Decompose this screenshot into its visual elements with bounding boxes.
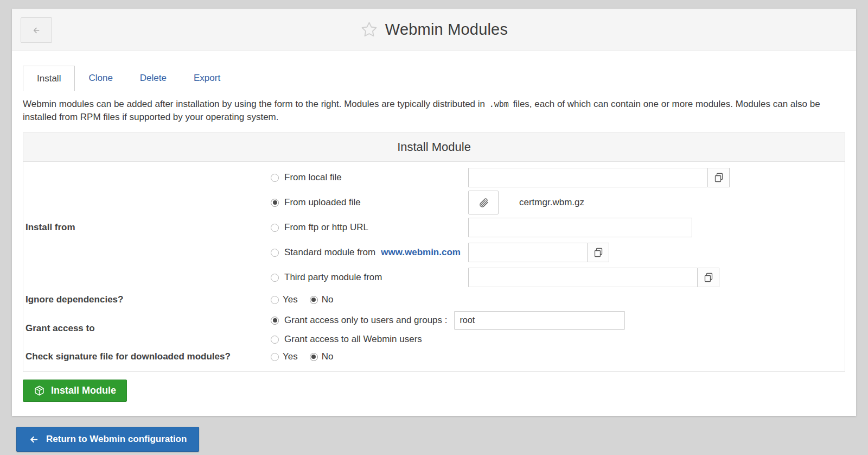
grant-access-label: Grant access to — [23, 323, 271, 334]
radio-url[interactable] — [271, 224, 279, 232]
install-from-options: From local file — [271, 165, 730, 290]
third-party-input[interactable] — [468, 268, 698, 287]
radio-option-standard-module: Standard module from www.webmin.com — [271, 247, 468, 258]
url-input[interactable] — [468, 218, 692, 237]
star-icon[interactable] — [360, 21, 378, 39]
option-row-third-party: Third party module from — [271, 265, 730, 290]
package-icon — [34, 385, 45, 396]
tab-delete[interactable]: Delete — [126, 66, 180, 91]
tab-bar: Install Clone Delete Export — [23, 66, 845, 91]
paperclip-icon — [478, 197, 489, 208]
uploaded-file-name: certmgr.wbm.gz — [519, 197, 584, 208]
standard-module-input-group — [468, 243, 609, 262]
radio-local-file[interactable] — [271, 174, 279, 182]
install-module-button-label: Install Module — [51, 385, 116, 396]
grant-access-options: Grant access only to users and groups : … — [271, 309, 625, 347]
row-grant-access: Grant access to Grant access only to use… — [23, 309, 845, 347]
panel-title: Install Module — [23, 133, 845, 162]
radio-ignore-no[interactable] — [310, 296, 318, 304]
radio-standard-module[interactable] — [271, 249, 279, 257]
radio-signature-no[interactable] — [310, 353, 318, 361]
intro-part1: Webmin modules can be added after instal… — [23, 99, 485, 109]
grant-all-label: Grant access to all Webmin users — [284, 334, 422, 345]
radio-standard-module-label: Standard module from — [284, 247, 375, 258]
row-check-signature: Check signature file for downloaded modu… — [23, 347, 845, 366]
title-wrap: Webmin Modules — [360, 21, 508, 39]
standard-module-chooser-button[interactable] — [588, 243, 609, 262]
signature-no-label: No — [322, 351, 334, 362]
check-signature-label: Check signature file for downloaded modu… — [23, 351, 271, 362]
row-install-from: Install from From local file — [23, 165, 845, 290]
back-button[interactable] — [21, 17, 52, 43]
file-chooser-icon — [714, 173, 724, 182]
tab-clone[interactable]: Clone — [75, 66, 126, 91]
option-row-local-file: From local file — [271, 165, 730, 190]
file-chooser-icon — [704, 273, 713, 282]
grant-users-input[interactable] — [454, 311, 625, 330]
page-title: Webmin Modules — [385, 21, 508, 39]
grant-users-label: Grant access only to users and groups : — [284, 315, 448, 326]
tab-install[interactable]: Install — [23, 66, 75, 91]
radio-uploaded-file-label: From uploaded file — [284, 197, 361, 208]
install-from-label: Install from — [23, 222, 271, 233]
radio-grant-all[interactable] — [271, 336, 279, 344]
option-row-uploaded-file: From uploaded file certmgr.wbm.gz — [271, 190, 730, 215]
option-row-grant-users: Grant access only to users and groups : — [271, 309, 625, 331]
radio-uploaded-file[interactable] — [271, 199, 279, 207]
radio-url-label: From ftp or http URL — [284, 222, 368, 233]
page-header: Webmin Modules — [12, 9, 856, 50]
radio-option-local-file: From local file — [271, 172, 468, 183]
radio-option-uploaded-file: From uploaded file — [271, 197, 468, 208]
standard-module-input[interactable] — [468, 243, 588, 262]
radio-option-grant-all: Grant access to all Webmin users — [271, 334, 422, 345]
file-chooser-icon — [593, 248, 603, 257]
radio-third-party-label: Third party module from — [284, 272, 382, 283]
radio-signature-yes[interactable] — [271, 353, 279, 361]
left-arrow-icon — [29, 435, 39, 444]
radio-option-url: From ftp or http URL — [271, 222, 468, 233]
back-arrow-icon — [31, 26, 41, 35]
ignore-dependencies-label: Ignore dependencies? — [23, 294, 271, 305]
card-body: Install Clone Delete Export Webmin modul… — [12, 50, 856, 416]
local-file-chooser-button[interactable] — [708, 168, 730, 187]
radio-grant-users[interactable] — [271, 317, 279, 325]
upload-file-button[interactable] — [468, 191, 499, 214]
ignore-dependencies-choices: Yes No — [271, 294, 333, 305]
radio-option-grant-users: Grant access only to users and groups : — [271, 315, 448, 326]
tab-export[interactable]: Export — [180, 66, 234, 91]
install-module-button[interactable]: Install Module — [23, 380, 127, 402]
radio-local-file-label: From local file — [284, 172, 342, 183]
ignore-no-label: No — [322, 294, 334, 305]
third-party-chooser-button[interactable] — [698, 268, 719, 287]
return-to-webmin-configuration-button[interactable]: Return to Webmin configuration — [16, 427, 199, 452]
check-signature-choices: Yes No — [271, 351, 333, 362]
return-button-label: Return to Webmin configuration — [46, 434, 187, 445]
intro-mono-wbm: .wbm — [488, 99, 510, 109]
panel-body: Install from From local file — [23, 162, 845, 371]
ignore-yes-label: Yes — [283, 294, 298, 305]
local-file-input[interactable] — [468, 168, 708, 187]
main-card: Webmin Modules Install Clone Delete Expo… — [12, 9, 856, 416]
signature-yes-label: Yes — [283, 351, 298, 362]
radio-option-third-party: Third party module from — [271, 272, 468, 283]
install-module-panel: Install Module Install from From local f… — [23, 132, 845, 372]
option-row-url: From ftp or http URL — [271, 215, 730, 240]
radio-third-party[interactable] — [271, 274, 279, 282]
intro-text: Webmin modules can be added after instal… — [23, 98, 845, 124]
radio-ignore-yes[interactable] — [271, 296, 279, 304]
local-file-input-group — [468, 168, 730, 187]
option-row-standard-module: Standard module from www.webmin.com — [271, 240, 730, 265]
third-party-input-group — [468, 268, 719, 287]
row-ignore-dependencies: Ignore dependencies? Yes No — [23, 290, 845, 309]
option-row-grant-all: Grant access to all Webmin users — [271, 331, 625, 347]
webmin-com-link[interactable]: www.webmin.com — [381, 247, 461, 258]
